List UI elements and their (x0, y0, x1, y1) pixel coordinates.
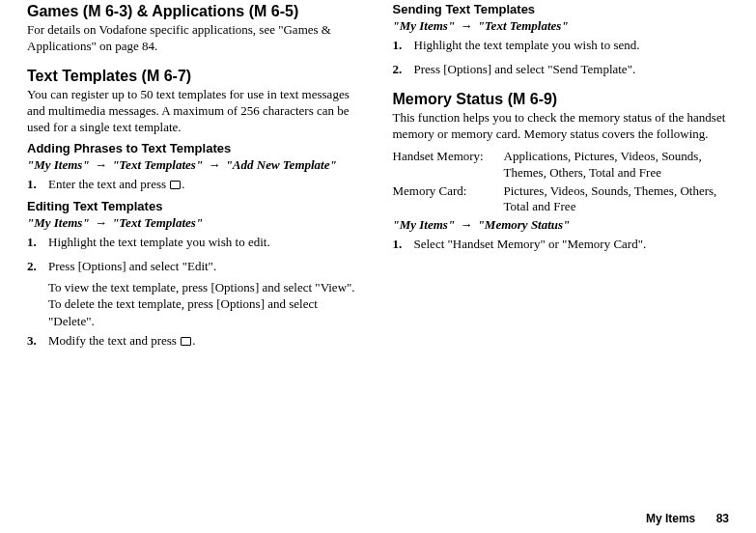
memory-nav-path: "My Items" → "Memory Status" (393, 217, 730, 234)
editing-nav-path: "My Items" → "Text Templates" (27, 215, 364, 232)
memory-status-desc: This function helps you to check the mem… (393, 110, 730, 143)
arrow-icon: → (90, 157, 113, 172)
left-column: Games (M 6-3) & Applications (M 6-5) For… (27, 0, 364, 349)
list-item: 3. Modify the text and press . (27, 332, 364, 350)
footer-page-number: 83 (716, 512, 729, 525)
arrow-icon: → (455, 18, 478, 33)
step-text: . (182, 177, 184, 191)
editing-steps: 1. Highlight the text template you wish … (27, 234, 364, 349)
step-text: Select "Handset Memory" or "Memory Card"… (414, 237, 647, 251)
memory-steps: 1. Select "Handset Memory" or "Memory Ca… (393, 236, 730, 253)
arrow-icon: → (90, 215, 113, 230)
games-desc: For details on Vodafone specific applica… (27, 22, 364, 55)
step-number: 3. (27, 332, 37, 350)
memory-value: Pictures, Videos, Sounds, Themes, Others… (504, 183, 730, 216)
list-item: 1. Select "Handset Memory" or "Memory Ca… (393, 236, 730, 253)
table-row: Handset Memory: Applications, Pictures, … (393, 149, 730, 182)
step-number: 1. (393, 236, 403, 253)
nav-segment: "Text Templates" (112, 157, 203, 172)
list-item: 2. Press [Options] and select "Edit". To… (27, 258, 364, 329)
adding-phrases-heading: Adding Phrases to Text Templates (27, 141, 364, 155)
nav-segment: "Text Templates" (112, 215, 203, 230)
list-item: 1. Highlight the text template you wish … (27, 234, 364, 251)
sending-steps: 1. Highlight the text template you wish … (393, 37, 730, 78)
step-text: Press [Options] and select "Edit". (48, 259, 216, 273)
text-templates-desc: You can register up to 50 text templates… (27, 87, 364, 136)
step-text: Modify the text and press (48, 333, 180, 348)
adding-nav-path: "My Items" → "Text Templates" → "Add New… (27, 157, 364, 174)
step-number: 2. (27, 258, 37, 275)
step-text: Highlight the text template you wish to … (48, 235, 270, 249)
step-text: . (192, 333, 195, 348)
right-column: Sending Text Templates "My Items" → "Tex… (393, 0, 730, 349)
editing-heading: Editing Text Templates (27, 199, 364, 213)
footer-section: My Items (646, 512, 695, 525)
page-footer: My Items 83 (646, 512, 729, 525)
memory-label: Memory Card: (393, 183, 504, 216)
sending-nav-path: "My Items" → "Text Templates" (393, 18, 730, 35)
text-templates-heading: Text Templates (M 6-7) (27, 67, 364, 86)
step-number: 2. (393, 61, 403, 78)
step-subtext: To view the text template, press [Option… (48, 279, 364, 296)
step-number: 1. (393, 37, 403, 54)
arrow-icon: → (203, 157, 226, 172)
nav-segment: "My Items" (393, 217, 456, 232)
ok-button-icon (170, 181, 181, 189)
nav-segment: "My Items" (27, 157, 90, 172)
table-row: Memory Card: Pictures, Videos, Sounds, T… (393, 183, 730, 216)
memory-table: Handset Memory: Applications, Pictures, … (393, 149, 730, 216)
nav-segment: "Add New Template" (226, 157, 337, 172)
games-heading: Games (M 6-3) & Applications (M 6-5) (27, 2, 364, 21)
nav-segment: "My Items" (27, 215, 90, 230)
step-text: Press [Options] and select "Send Templat… (414, 62, 636, 76)
step-text: Highlight the text template you wish to … (414, 38, 640, 52)
nav-segment: "My Items" (393, 18, 456, 33)
list-item: 2. Press [Options] and select "Send Temp… (393, 61, 730, 78)
step-number: 1. (27, 234, 37, 251)
step-subtext: To delete the text template, press [Opti… (48, 295, 364, 329)
nav-segment: "Text Templates" (478, 18, 569, 33)
adding-steps: 1. Enter the text and press . (27, 176, 364, 193)
memory-value: Applications, Pictures, Videos, Sounds, … (504, 149, 730, 182)
ok-button-icon (181, 337, 191, 346)
list-item: 1. Enter the text and press . (27, 176, 364, 193)
step-text: Enter the text and press (48, 177, 169, 191)
arrow-icon: → (455, 217, 478, 232)
step-number: 1. (27, 176, 37, 193)
list-item: 1. Highlight the text template you wish … (393, 37, 730, 54)
sending-heading: Sending Text Templates (393, 2, 730, 16)
memory-label: Handset Memory: (393, 149, 504, 182)
memory-status-heading: Memory Status (M 6-9) (393, 90, 730, 109)
nav-segment: "Memory Status" (478, 217, 571, 232)
